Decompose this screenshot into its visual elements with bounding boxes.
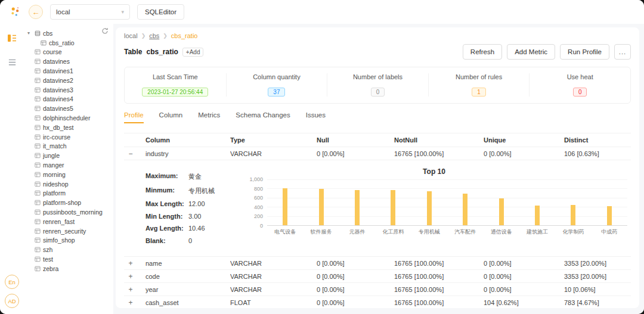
tree-item-database[interactable]: datavines5 xyxy=(27,104,111,113)
refresh-button[interactable]: Refresh xyxy=(463,44,502,60)
expand-row-button[interactable]: + xyxy=(124,299,145,307)
table-icon xyxy=(35,87,41,93)
run-profile-button[interactable]: Run Profile xyxy=(560,44,609,60)
x-axis-label: 电气设备 xyxy=(267,228,303,236)
breadcrumb-table: cbs_ratio xyxy=(171,32,198,39)
stat-line-value: 10.46 xyxy=(188,225,205,232)
cell-null: 0 [0.00%] xyxy=(317,150,394,157)
tree-item-selected-table[interactable]: cbs_ratio xyxy=(27,38,111,48)
bar-汽车配件 xyxy=(463,194,467,226)
tree-item-label: datavines2 xyxy=(43,77,73,84)
stat-card: Use heat0 xyxy=(529,73,630,97)
tab-schema-changes[interactable]: Schema Changes xyxy=(236,111,290,123)
tree-refresh-icon[interactable] xyxy=(101,27,109,36)
chart-title: Top 10 xyxy=(241,167,627,176)
tree-item-database[interactable]: pussinboots_morning xyxy=(27,207,111,217)
breadcrumb-separator: ❯ xyxy=(141,33,146,39)
tree-item-root-database[interactable]: ▾ cbs xyxy=(27,29,111,38)
stat-line-value: 12.00 xyxy=(188,200,205,207)
cell-notnull: 16765 [100.00%] xyxy=(394,299,484,306)
tree-item-database[interactable]: datavines3 xyxy=(27,85,111,95)
tree-item-database[interactable]: morning xyxy=(27,170,111,179)
tab-issues[interactable]: Issues xyxy=(306,111,326,123)
stat-line: Avg Length:10.46 xyxy=(145,225,241,232)
collapse-row-button[interactable]: − xyxy=(124,150,145,158)
stat-line: Min Length:3.00 xyxy=(145,213,241,220)
column-profile-detail: Maximum:黄金Minmum:专用机械Max Length:12.00Min… xyxy=(124,160,631,257)
tree-item-database[interactable]: renren_fast xyxy=(27,217,111,226)
tree-item-database[interactable]: jungle xyxy=(27,151,111,160)
datasource-select[interactable]: local ▾ xyxy=(50,4,130,20)
table-icon xyxy=(35,58,41,64)
main-area: local ❯ cbs ❯ cbs_ratio Table cbs_ratio … xyxy=(113,24,644,314)
add-tag-button[interactable]: +Add xyxy=(182,48,204,57)
tree-item-database[interactable]: datavines2 xyxy=(27,76,111,85)
y-axis-tick: 600 xyxy=(254,195,263,201)
table-icon xyxy=(35,247,41,253)
tree-item-database[interactable]: renren_security xyxy=(27,226,111,236)
tab-column[interactable]: Column xyxy=(159,111,183,123)
back-button[interactable]: ← xyxy=(29,5,43,19)
cell-type: VARCHAR xyxy=(230,286,317,293)
more-actions-button[interactable]: ... xyxy=(614,44,631,60)
tree-item-label: jungle xyxy=(43,152,60,159)
tree-item-database[interactable]: zebra xyxy=(27,264,111,273)
stat-value-badge: 37 xyxy=(268,88,285,97)
tree-item-database[interactable]: course xyxy=(27,48,111,57)
table-name: cbs_ratio xyxy=(146,48,178,56)
tree-item-database[interactable]: hx_db_test xyxy=(27,123,111,132)
tab-profile[interactable]: Profile xyxy=(124,111,144,123)
cell-type: VARCHAR xyxy=(230,150,317,157)
cell-distinct: 3353 [20.00%] xyxy=(564,260,631,267)
tree-item-database[interactable]: nideshop xyxy=(27,179,111,189)
table-icon xyxy=(35,266,41,272)
tree-item-database[interactable]: manger xyxy=(27,160,111,170)
tab-metrics[interactable]: Metrics xyxy=(198,111,220,123)
tree-item-database[interactable]: platform xyxy=(27,189,111,198)
tree-item-database[interactable]: irc-course xyxy=(27,132,111,142)
bar-建筑施工 xyxy=(535,206,540,225)
chevron-down-icon: ▾ xyxy=(121,9,124,15)
stat-label: Last Scan Time xyxy=(125,73,226,80)
table-icon xyxy=(35,162,41,168)
breadcrumb-datasource[interactable]: local xyxy=(124,32,138,39)
expand-row-button[interactable]: + xyxy=(124,272,145,281)
catalog-nav-icon[interactable] xyxy=(5,31,19,45)
cell-distinct: 106 [0.63%] xyxy=(564,150,631,157)
tree-item-database[interactable]: datavines xyxy=(27,57,111,66)
language-toggle-button[interactable]: En xyxy=(5,275,19,289)
stat-value-badge: 0 xyxy=(371,88,385,97)
cell-unique: 104 [0.62%] xyxy=(484,299,564,306)
cell-distinct: 3353 [20.00%] xyxy=(564,273,631,280)
tree-item-database[interactable]: datavines4 xyxy=(27,95,111,104)
user-avatar[interactable]: AD xyxy=(5,294,19,308)
y-axis-tick: 400 xyxy=(254,204,263,210)
stat-label: Number of labels xyxy=(327,73,428,80)
x-axis-label: 软件服务 xyxy=(303,228,339,236)
tree-item-database[interactable]: szh xyxy=(27,245,111,254)
tree-item-database[interactable]: test xyxy=(27,254,111,264)
add-metric-button[interactable]: Add Metric xyxy=(507,44,555,60)
column-stats: Maximum:黄金Minmum:专用机械Max Length:12.00Min… xyxy=(145,167,241,249)
table-icon xyxy=(35,105,41,111)
stat-line: Max Length:12.00 xyxy=(145,200,241,207)
bar-软件服务 xyxy=(319,189,324,225)
expand-row-button[interactable]: + xyxy=(124,285,145,294)
tree-item-label: nideshop xyxy=(43,181,69,188)
cell-type: VARCHAR xyxy=(230,273,317,280)
tree-item-database[interactable]: datavines1 xyxy=(27,66,111,76)
list-nav-icon[interactable] xyxy=(5,55,19,69)
y-axis-tick: 200 xyxy=(254,213,263,219)
expand-row-button[interactable]: + xyxy=(124,259,145,268)
tree-item-database[interactable]: it_match xyxy=(27,142,111,151)
sql-editor-button[interactable]: SQLEditor xyxy=(137,4,184,20)
stat-card: Column quantity37 xyxy=(226,73,327,97)
tree-item-database[interactable]: simfo_shop xyxy=(27,236,111,245)
tree-item-database[interactable]: dolphinscheduler xyxy=(27,113,111,123)
cell-distinct: 783 [4.67%] xyxy=(564,299,631,306)
breadcrumb-database[interactable]: cbs xyxy=(149,32,159,39)
tree-item-database[interactable]: platform-shop xyxy=(27,198,111,207)
cell-name: cash_asset xyxy=(145,299,230,306)
x-axis-label: 建筑施工 xyxy=(519,228,555,236)
cell-name: year xyxy=(145,286,230,293)
